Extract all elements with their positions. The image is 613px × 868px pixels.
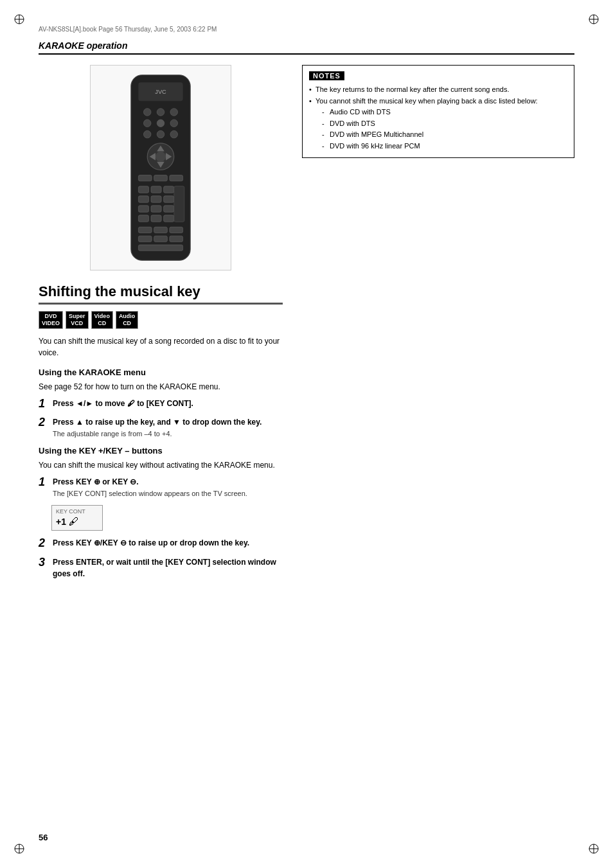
key-buttons-intro: You can shift the musical key without ac… <box>39 459 283 471</box>
key-step-2-text: Press KEY ⊕/KEY ⊖ to raise up or drop do… <box>53 537 249 549</box>
keycont-display: KEY CONT +1 🖋 <box>51 505 103 531</box>
svg-rect-42 <box>138 215 148 222</box>
keycont-indicator: +1 🖋 <box>56 516 98 527</box>
note-subitem-2: DVD with DTS <box>322 118 567 130</box>
svg-point-20 <box>170 120 178 127</box>
note-item-2: You cannot shift the musical key when pl… <box>309 96 567 152</box>
key-step-1-sub: The [KEY CONT] selection window appears … <box>53 489 247 499</box>
svg-rect-51 <box>170 236 183 242</box>
badge-audio-cd: AudioCD <box>116 311 139 329</box>
karaoke-step-2-text: Press ▲ to raise up the key, and ▼ to dr… <box>53 416 262 428</box>
karaoke-step-2-sub: The adjustable range is from –4 to +4. <box>53 429 262 439</box>
svg-point-23 <box>170 130 178 138</box>
corner-mark-tr <box>587 13 600 26</box>
content-area: JVC <box>39 65 574 586</box>
key-step-3-num: 3 <box>39 556 49 569</box>
svg-rect-39 <box>138 206 148 212</box>
svg-rect-30 <box>138 175 152 181</box>
key-step-1-num: 1 <box>39 476 49 489</box>
note-subitem-1: Audio CD with DTS <box>322 107 567 118</box>
svg-point-29 <box>155 152 166 162</box>
corner-mark-tl <box>13 13 26 26</box>
badges: DVDVIDEO SuperVCD VideoCD AudioCD <box>39 311 283 329</box>
karaoke-step-1: 1 Press ◄/► to move 🖋 to [KEY CONT]. <box>39 398 283 411</box>
keycont-label: KEY CONT <box>56 508 98 515</box>
badge-video-cd: VideoCD <box>91 311 113 329</box>
note-subitem-3: DVD with MPEG Multichannel <box>322 129 567 141</box>
section-title: Shifting the musical key <box>39 283 283 305</box>
key-step-1-text: Press KEY ⊕ or KEY ⊖. <box>53 476 247 488</box>
karaoke-see-page: See page 52 for how to turn on the KARAO… <box>39 381 283 393</box>
svg-point-18 <box>143 120 151 127</box>
svg-rect-43 <box>151 215 161 222</box>
svg-rect-49 <box>138 236 152 242</box>
file-path: AV-NKS8SL[A].book Page 56 Thursday, June… <box>39 26 574 33</box>
svg-point-21 <box>143 130 151 138</box>
svg-rect-45 <box>174 186 184 222</box>
right-column: NOTES The key returns to the normal key … <box>302 65 574 586</box>
badge-dvd: DVDVIDEO <box>39 311 63 329</box>
page: AV-NKS8SL[A].book Page 56 Thursday, June… <box>0 0 613 868</box>
key-step-2-num: 2 <box>39 537 49 550</box>
karaoke-menu-title: Using the KARAOKE menu <box>39 368 283 377</box>
svg-point-22 <box>157 130 164 138</box>
key-step-1: 1 Press KEY ⊕ or KEY ⊖. The [KEY CONT] s… <box>39 476 283 499</box>
left-column: JVC <box>39 65 283 586</box>
svg-rect-44 <box>164 215 174 222</box>
svg-rect-46 <box>138 227 152 233</box>
key-step-2: 2 Press KEY ⊕/KEY ⊖ to raise up or drop … <box>39 537 283 550</box>
karaoke-step-1-text: Press ◄/► to move 🖋 to [KEY CONT]. <box>53 398 193 409</box>
karaoke-step-1-num: 1 <box>39 398 49 411</box>
karaoke-step-2: 2 Press ▲ to raise up the key, and ▼ to … <box>39 416 283 439</box>
header-title: KARAOKE operation <box>39 40 127 51</box>
note-item-1: The key returns to the normal key after … <box>309 84 567 96</box>
svg-point-19 <box>157 120 164 127</box>
keycont-value: +1 <box>56 517 66 527</box>
svg-rect-34 <box>151 186 161 193</box>
notes-list: The key returns to the normal key after … <box>309 84 567 152</box>
svg-rect-52 <box>138 245 182 251</box>
notes-box: NOTES The key returns to the normal key … <box>302 65 574 158</box>
svg-rect-35 <box>164 186 174 193</box>
remote-image: JVC <box>90 65 231 270</box>
svg-point-17 <box>170 109 178 116</box>
page-number: 56 <box>39 833 48 842</box>
svg-rect-41 <box>164 206 174 212</box>
corner-mark-br <box>587 842 600 855</box>
svg-rect-33 <box>138 186 148 193</box>
notes-sublist: Audio CD with DTS DVD with DTS DVD with … <box>315 107 567 152</box>
key-step-3: 3 Press ENTER, or wait until the [KEY CO… <box>39 556 283 580</box>
badge-super-vcd: SuperVCD <box>66 311 89 329</box>
corner-mark-bl <box>13 842 26 855</box>
karaoke-step-2-num: 2 <box>39 416 49 429</box>
svg-rect-38 <box>164 196 174 202</box>
svg-text:JVC: JVC <box>155 89 166 95</box>
svg-point-15 <box>143 109 151 116</box>
svg-rect-31 <box>154 175 168 181</box>
note-subitem-4: DVD with 96 kHz linear PCM <box>322 141 567 152</box>
key-buttons-title: Using the KEY +/KEY – buttons <box>39 446 283 456</box>
intro-text: You can shift the musical key of a song … <box>39 335 283 359</box>
svg-point-16 <box>157 109 164 116</box>
svg-rect-32 <box>170 175 183 181</box>
page-header: KARAOKE operation <box>39 40 574 55</box>
svg-rect-40 <box>151 206 161 212</box>
key-step-3-text: Press ENTER, or wait until the [KEY CONT… <box>53 556 283 580</box>
svg-rect-50 <box>154 236 168 242</box>
keycont-cursor-icon: 🖋 <box>69 516 79 527</box>
svg-rect-47 <box>154 227 168 233</box>
svg-rect-37 <box>151 196 161 202</box>
svg-rect-48 <box>170 227 183 233</box>
svg-rect-36 <box>138 196 148 202</box>
notes-header: NOTES <box>309 71 344 80</box>
